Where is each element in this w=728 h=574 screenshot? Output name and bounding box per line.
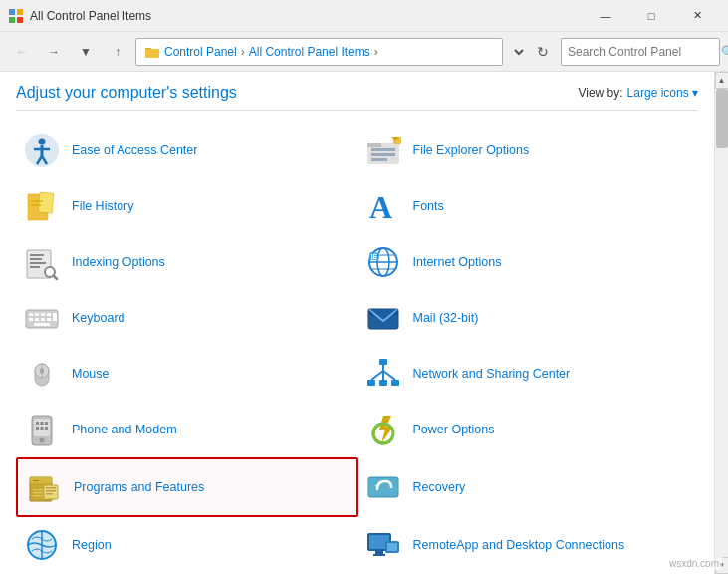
back-button[interactable]: ← — [8, 38, 36, 66]
svg-rect-43 — [29, 318, 33, 321]
scroll-track[interactable] — [715, 89, 729, 557]
ease-of-access-icon — [22, 131, 62, 170]
svg-rect-47 — [53, 313, 57, 321]
refresh-button[interactable]: ↻ — [529, 38, 557, 66]
content-area: Adjust your computer's settings View by:… — [0, 72, 714, 574]
svg-rect-1 — [17, 9, 23, 15]
svg-rect-97 — [387, 543, 397, 551]
ease-of-access-label: Ease of Access Center — [72, 143, 197, 158]
search-icon: 🔍 — [721, 45, 728, 59]
phone-icon — [22, 410, 62, 449]
power-icon — [364, 410, 403, 449]
item-internet-options[interactable]: IE Internet Options — [358, 234, 699, 290]
window-title: All Control Panel Items — [30, 9, 583, 23]
recent-button[interactable]: ▼ — [72, 38, 100, 66]
svg-rect-59 — [379, 380, 387, 386]
svg-rect-68 — [41, 422, 44, 425]
item-file-explorer-options[interactable]: File Explorer Options — [358, 123, 699, 178]
search-box[interactable]: 🔍 — [561, 38, 720, 66]
file-explorer-icon — [364, 131, 403, 170]
item-fonts[interactable]: A Fonts — [358, 178, 699, 234]
item-ease-of-access[interactable]: Ease of Access Center — [16, 123, 358, 178]
svg-rect-39 — [29, 313, 33, 316]
window-icon — [8, 8, 24, 24]
item-mail[interactable]: Mail (32-bit) — [358, 290, 699, 346]
recovery-label: Recovery — [413, 479, 466, 495]
svg-rect-40 — [35, 313, 39, 316]
svg-line-30 — [54, 276, 58, 280]
svg-rect-81 — [33, 495, 43, 497]
title-bar: All Control Panel Items — □ ✕ — [0, 0, 728, 32]
address-box[interactable]: Control Panel › All Control Panel Items … — [135, 38, 503, 66]
svg-rect-70 — [36, 427, 39, 430]
svg-rect-67 — [36, 422, 39, 425]
close-button[interactable]: ✕ — [674, 0, 720, 32]
item-mouse[interactable]: Mouse — [16, 346, 358, 402]
forward-button[interactable]: → — [40, 38, 68, 66]
svg-rect-57 — [379, 359, 387, 365]
maximize-button[interactable]: □ — [628, 0, 674, 32]
item-programs-features[interactable]: Programs and Features — [16, 457, 358, 517]
scroll-thumb[interactable] — [716, 89, 728, 148]
up-button[interactable]: ↑ — [104, 38, 131, 66]
svg-rect-45 — [41, 318, 45, 321]
svg-rect-5 — [145, 49, 159, 58]
search-input[interactable] — [568, 45, 717, 59]
scrollbar: ▲ ▼ — [714, 72, 728, 574]
svg-rect-46 — [47, 318, 51, 321]
svg-rect-26 — [30, 258, 42, 260]
item-power-options[interactable]: Power Options — [358, 402, 699, 457]
svg-rect-3 — [17, 17, 23, 23]
svg-text:A: A — [369, 189, 392, 224]
item-phone-modem[interactable]: Phone and Modem — [16, 402, 358, 457]
region-icon — [22, 525, 62, 565]
item-indexing-options[interactable]: Indexing Options — [16, 234, 358, 290]
programs-label: Programs and Features — [74, 479, 204, 495]
svg-rect-71 — [41, 427, 44, 430]
svg-point-7 — [39, 139, 46, 145]
indexing-icon — [22, 242, 62, 282]
svg-text:IE: IE — [370, 253, 377, 260]
mail-label: Mail (32-bit) — [413, 310, 479, 326]
svg-rect-16 — [371, 158, 387, 161]
svg-rect-0 — [9, 9, 15, 15]
scroll-up[interactable]: ▲ — [715, 72, 729, 89]
item-recovery[interactable]: Recovery — [358, 457, 699, 517]
svg-rect-84 — [46, 490, 56, 492]
breadcrumb-all-items[interactable]: All Control Panel Items — [249, 45, 370, 59]
svg-rect-56 — [40, 368, 44, 374]
region-label: Region — [72, 537, 112, 553]
address-dropdown[interactable] — [507, 45, 527, 59]
fonts-label: Fonts — [413, 198, 444, 214]
internet-label: Internet Options — [413, 254, 502, 270]
item-keyboard[interactable]: Keyboard — [16, 290, 358, 346]
svg-rect-25 — [30, 254, 44, 256]
item-region[interactable]: Region — [16, 517, 358, 573]
main-content: Adjust your computer's settings View by:… — [0, 72, 728, 574]
mouse-label: Mouse — [72, 366, 110, 382]
view-by-control: View by: Large icons ▾ — [578, 86, 698, 100]
viewby-label: View by: — [578, 86, 622, 100]
mouse-icon — [22, 354, 62, 394]
svg-rect-72 — [45, 427, 48, 430]
svg-rect-20 — [38, 192, 54, 213]
svg-rect-95 — [373, 554, 385, 556]
viewby-value[interactable]: Large icons ▾ — [627, 86, 698, 100]
file-history-label: File History — [72, 198, 134, 214]
file-history-icon — [22, 186, 62, 226]
folder-icon — [144, 44, 160, 60]
item-file-history[interactable]: File History — [16, 178, 358, 234]
svg-rect-94 — [375, 551, 383, 554]
svg-rect-48 — [34, 323, 50, 326]
window-controls: — □ ✕ — [583, 0, 720, 32]
item-remoteapp[interactable]: RemoteApp and Desktop Connections — [358, 517, 699, 573]
item-network-sharing[interactable]: Network and Sharing Center — [358, 346, 699, 402]
svg-rect-85 — [46, 493, 53, 495]
svg-rect-60 — [391, 380, 399, 386]
svg-line-64 — [383, 371, 395, 380]
recovery-icon — [364, 467, 403, 507]
watermark: wsxdn.com — [666, 557, 722, 570]
breadcrumb-control-panel[interactable]: Control Panel — [164, 45, 237, 59]
network-label: Network and Sharing Center — [413, 366, 571, 382]
minimize-button[interactable]: — — [583, 0, 628, 32]
